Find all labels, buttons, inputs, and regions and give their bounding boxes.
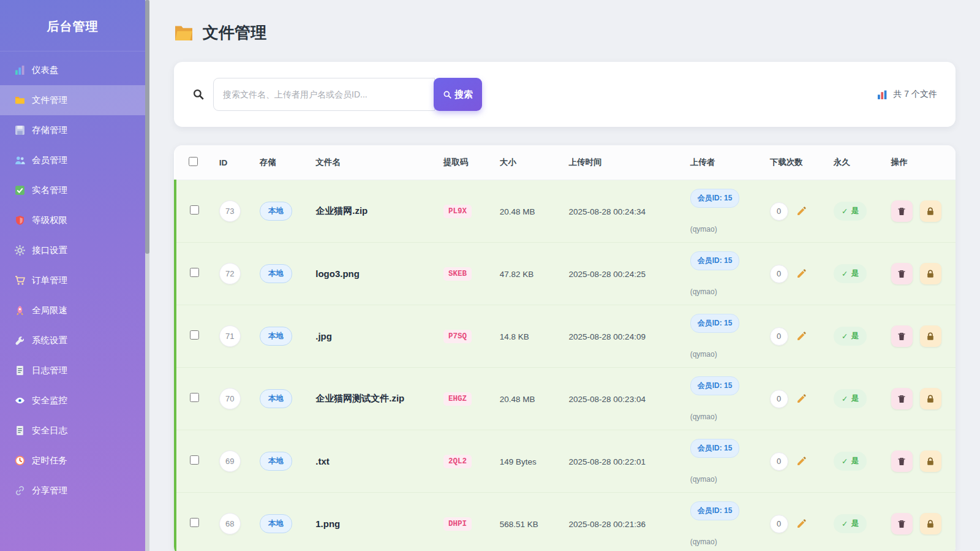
doc-icon [15, 425, 25, 436]
sidebar-item-logs[interactable]: 日志管理 [0, 355, 145, 386]
sidebar-item-label: 实名管理 [32, 184, 67, 196]
header-upload-time: 上传时间 [562, 145, 683, 180]
lock-button[interactable] [920, 325, 941, 347]
edit-downloads-button[interactable] [794, 391, 810, 407]
storage-badge: 本地 [260, 202, 292, 221]
sidebar-item-label: 仪表盘 [32, 64, 59, 76]
folder-icon [174, 25, 194, 42]
search-button-icon [443, 90, 452, 99]
file-count: 共 7 个文件 [877, 89, 937, 100]
edit-downloads-button[interactable] [794, 266, 810, 282]
downloads-cell: 0 [770, 390, 819, 408]
row-checkbox[interactable] [190, 455, 199, 465]
sidebar-item-label: 存储管理 [32, 124, 67, 136]
uploader-username: (qymao) [690, 538, 717, 546]
sidebar-menu: 仪表盘 文件管理 存储管理 会员管理 实名管理 等级权限 接口设置 订单管理 全… [0, 51, 145, 506]
select-all-checkbox[interactable] [189, 157, 198, 166]
lock-button[interactable] [920, 388, 941, 409]
table-row: 68 本地 1.png DHPI 568.51 KB 2025-08-28 00… [175, 493, 956, 551]
download-count: 0 [770, 452, 788, 471]
sidebar-item-label: 文件管理 [32, 94, 67, 106]
file-id-badge: 72 [219, 263, 241, 284]
file-name: 企业猫网.zip [315, 205, 368, 216]
lock-button[interactable] [920, 263, 941, 284]
storage-badge: 本地 [260, 327, 292, 346]
search-button[interactable]: 搜索 [434, 78, 482, 111]
sidebar-item-label: 系统设置 [32, 335, 67, 346]
row-checkbox[interactable] [190, 393, 199, 402]
sidebar-item-files[interactable]: 文件管理 [0, 85, 145, 115]
edit-downloads-button[interactable] [794, 516, 810, 532]
chart-icon [15, 65, 25, 75]
storage-badge: 本地 [260, 264, 292, 283]
file-id-badge: 73 [219, 200, 241, 222]
check-square-icon [15, 185, 25, 196]
search-input[interactable] [213, 78, 435, 111]
sidebar-item-label: 全局限速 [32, 305, 67, 316]
delete-button[interactable] [891, 513, 913, 534]
delete-button[interactable] [891, 325, 913, 347]
lock-button[interactable] [920, 513, 941, 534]
uploader-cell: 会员ID: 15 (qymao) [690, 439, 755, 484]
delete-button[interactable] [891, 388, 913, 409]
sidebar-item-dashboard[interactable]: 仪表盘 [0, 55, 145, 85]
member-id-badge: 会员ID: 15 [690, 189, 740, 208]
wrench-icon [15, 335, 25, 346]
page-scrollbar[interactable] [145, 0, 149, 551]
main-content: 文件管理 搜索 共 7 个文件 [149, 0, 980, 551]
member-id-badge: 会员ID: 15 [690, 439, 740, 458]
permanent-badge: ✓是 [834, 514, 867, 533]
actions-cell [891, 263, 948, 284]
extract-code-badge: PL9X [443, 205, 472, 218]
page-header: 文件管理 [174, 22, 956, 44]
delete-button[interactable] [891, 450, 913, 472]
upload-time: 2025-08-28 00:21:36 [569, 520, 646, 529]
sidebar-item-share[interactable]: 分享管理 [0, 476, 145, 506]
delete-button[interactable] [891, 263, 913, 284]
sidebar-item-members[interactable]: 会员管理 [0, 145, 145, 175]
actions-cell [891, 450, 948, 472]
sidebar-item-ratelimit[interactable]: 全局限速 [0, 295, 145, 325]
row-checkbox[interactable] [190, 518, 199, 527]
download-count: 0 [770, 515, 788, 533]
app-title: 后台管理 [0, 0, 145, 51]
sidebar-item-tasks[interactable]: 定时任务 [0, 446, 145, 476]
file-size: 47.82 KB [500, 270, 534, 279]
sidebar-item-label: 会员管理 [32, 154, 67, 166]
scrollbar-thumb[interactable] [145, 0, 149, 254]
table-header: ID 存储 文件名 提取码 大小 上传时间 上传者 下载次数 永久 操作 [175, 145, 956, 180]
sidebar-item-api[interactable]: 接口设置 [0, 235, 145, 265]
gear-icon [15, 245, 25, 256]
edit-downloads-button[interactable] [794, 203, 810, 219]
sidebar-item-levels[interactable]: 等级权限 [0, 205, 145, 235]
header-uploader: 上传者 [683, 145, 763, 180]
edit-downloads-button[interactable] [794, 329, 810, 344]
folder-icon [15, 95, 25, 105]
sidebar-item-system[interactable]: 系统设置 [0, 325, 145, 355]
file-table: ID 存储 文件名 提取码 大小 上传时间 上传者 下载次数 永久 操作 73 … [174, 145, 956, 551]
sidebar-item-monitor[interactable]: 安全监控 [0, 386, 145, 416]
lock-button[interactable] [920, 450, 941, 472]
upload-time: 2025-08-28 00:24:25 [569, 270, 646, 279]
member-id-badge: 会员ID: 15 [690, 501, 740, 520]
table-body: 73 本地 企业猫网.zip PL9X 20.48 MB 2025-08-28 … [175, 180, 956, 551]
link-icon [15, 485, 25, 496]
table-row: 72 本地 logo3.png SKEB 47.82 KB 2025-08-28… [175, 243, 956, 305]
header-downloads: 下载次数 [763, 145, 826, 180]
sidebar-item-orders[interactable]: 订单管理 [0, 265, 145, 295]
sidebar-item-storage[interactable]: 存储管理 [0, 115, 145, 145]
row-checkbox[interactable] [190, 205, 199, 215]
lock-button[interactable] [920, 200, 941, 222]
delete-button[interactable] [891, 200, 913, 222]
storage-badge: 本地 [260, 452, 292, 471]
edit-downloads-button[interactable] [794, 454, 810, 469]
doc-icon [15, 365, 25, 376]
file-id-badge: 69 [219, 450, 241, 472]
row-checkbox[interactable] [190, 268, 199, 277]
download-count: 0 [770, 327, 788, 346]
row-checkbox[interactable] [190, 330, 199, 340]
downloads-cell: 0 [770, 327, 819, 346]
sidebar-item-security-logs[interactable]: 安全日志 [0, 416, 145, 446]
sidebar-item-realname[interactable]: 实名管理 [0, 175, 145, 205]
download-count: 0 [770, 202, 788, 221]
